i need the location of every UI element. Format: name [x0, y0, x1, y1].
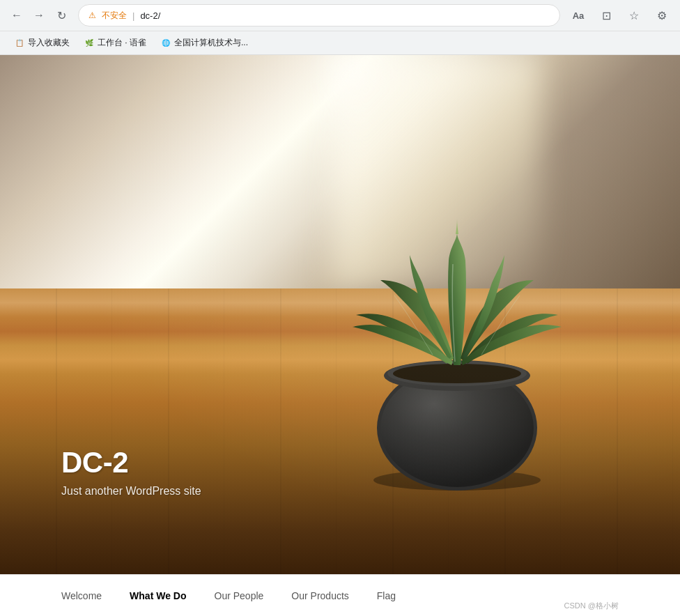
hero-text: DC-2 Just another WordPress site: [61, 446, 201, 498]
hero-title: DC-2: [61, 446, 201, 479]
bookmarks-bar: 📋 导入收藏夹 🌿 工作台 · 语雀 🌐 全国计算机技术与...: [0, 31, 680, 54]
browser-chrome: ← → ↻ ⚠ 不安全 | dc-2/ Aa ⊡ ☆ ⚙ 📋 导入收藏夹 🌿 工…: [0, 0, 680, 55]
nav-watermark: CSDN @格小树: [564, 601, 619, 611]
leaf-tip-center: [456, 219, 458, 234]
navigation-bar: Welcome What We Do Our People Our Produc…: [0, 574, 680, 616]
bookmark-icon-yuque: 🌿: [84, 38, 95, 49]
browser-toolbar: ← → ↻ ⚠ 不安全 | dc-2/ Aa ⊡ ☆ ⚙: [0, 0, 680, 31]
read-aloud-button[interactable]: Aa: [569, 6, 588, 25]
reading-mode-button[interactable]: ⊡: [596, 6, 616, 25]
bookmark-label-import: 导入收藏夹: [28, 37, 70, 49]
nav-flag[interactable]: Flag: [377, 587, 396, 604]
back-button[interactable]: ←: [8, 7, 25, 24]
nav-what-we-do[interactable]: What We Do: [130, 587, 186, 604]
plant-svg: [318, 177, 582, 491]
nav-items: Welcome What We Do Our People Our Produc…: [61, 587, 396, 604]
browser-actions: Aa ⊡ ☆ ⚙: [569, 6, 672, 25]
bookmark-icon-csdn: 🌐: [160, 38, 171, 49]
bookmark-csdn[interactable]: 🌐 全国计算机技术与...: [155, 34, 254, 52]
favorites-button[interactable]: ☆: [624, 6, 644, 25]
nav-buttons: ← → ↻: [8, 7, 70, 24]
leaf-center: [448, 233, 466, 365]
address-bar[interactable]: ⚠ 不安全 | dc-2/: [78, 4, 560, 26]
hero-section: DC-2 Just another WordPress site: [0, 55, 680, 574]
website-content: DC-2 Just another WordPress site Welcome…: [0, 55, 680, 616]
bookmark-yuque[interactable]: 🌿 工作台 · 语雀: [78, 34, 152, 52]
security-icon: ⚠: [88, 10, 96, 20]
url-display: dc-2/: [140, 10, 550, 21]
forward-button[interactable]: →: [31, 7, 47, 24]
url-separator: |: [132, 10, 134, 21]
bookmark-import[interactable]: 📋 导入收藏夹: [8, 34, 75, 52]
security-label: 不安全: [102, 10, 127, 22]
nav-our-people[interactable]: Our People: [215, 587, 264, 604]
plant-illustration: [318, 177, 582, 491]
refresh-button[interactable]: ↻: [53, 7, 70, 24]
nav-our-products[interactable]: Our Products: [291, 587, 348, 604]
hero-subtitle: Just another WordPress site: [61, 485, 201, 498]
bookmark-label-csdn: 全国计算机技术与...: [174, 37, 248, 49]
nav-welcome[interactable]: Welcome: [61, 587, 102, 604]
bookmark-label-yuque: 工作台 · 语雀: [98, 37, 146, 49]
settings-button[interactable]: ⚙: [652, 6, 672, 25]
plant-soil: [393, 364, 521, 383]
bookmark-icon-import: 📋: [14, 38, 25, 49]
